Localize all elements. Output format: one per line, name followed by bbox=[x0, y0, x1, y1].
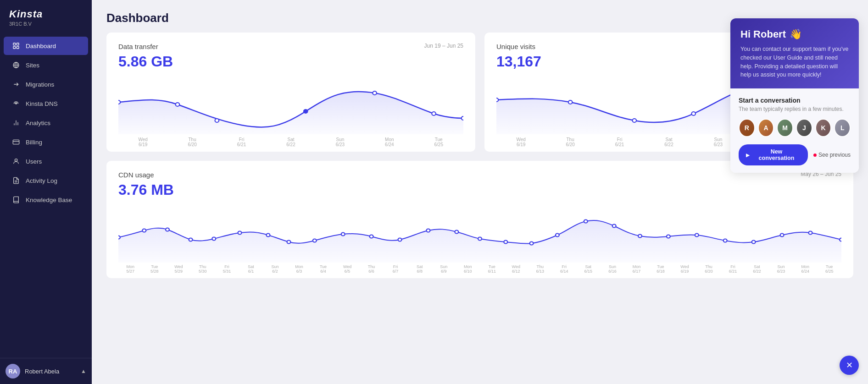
svg-point-51 bbox=[840, 238, 841, 241]
svg-point-31 bbox=[287, 241, 291, 244]
svg-point-44 bbox=[638, 235, 642, 238]
chat-greeting: Hi Robert 👋 bbox=[740, 28, 849, 40]
svg-point-20 bbox=[691, 112, 696, 115]
svg-point-11 bbox=[176, 103, 180, 106]
sidebar-item-users[interactable]: Users bbox=[4, 152, 88, 170]
cdn-chart-x-labels: Mon5/27 Tue5/28 Wed5/29 Thu5/30 Fri5/31 … bbox=[118, 263, 841, 278]
svg-rect-2 bbox=[13, 46, 16, 49]
sidebar-item-migrations[interactable]: Migrations bbox=[4, 75, 88, 93]
data-transfer-chart bbox=[118, 75, 463, 134]
cdn-usage-value: 3.76 MB bbox=[118, 181, 841, 198]
card-title: Data transfer bbox=[118, 43, 158, 50]
svg-rect-3 bbox=[17, 46, 19, 49]
sidebar-item-label: Billing bbox=[26, 139, 42, 146]
svg-point-50 bbox=[809, 231, 812, 235]
new-conversation-label: New conversation bbox=[752, 148, 801, 161]
svg-point-13 bbox=[304, 110, 308, 113]
sidebar-item-analytics[interactable]: Analytics bbox=[4, 114, 88, 132]
chat-avatar-2: A bbox=[758, 119, 774, 137]
sidebar-item-knowledge-base[interactable]: Knowledge Base bbox=[4, 191, 88, 209]
svg-point-7 bbox=[15, 159, 17, 161]
activity-icon bbox=[12, 176, 20, 185]
see-previous-label: See previous bbox=[818, 152, 851, 158]
svg-point-14 bbox=[373, 91, 377, 95]
chat-avatar-6: L bbox=[834, 119, 851, 137]
svg-point-42 bbox=[584, 220, 588, 223]
svg-point-45 bbox=[667, 235, 670, 238]
data-transfer-card: Data transfer Jun 19 – Jun 25 5.86 GB bbox=[106, 33, 475, 152]
avatar: RA bbox=[6, 364, 20, 379]
book-icon bbox=[12, 196, 20, 204]
dot-icon bbox=[813, 154, 817, 157]
cdn-usage-card: CDN usage May 26 – Jun 25 3.76 MB bbox=[106, 161, 853, 278]
play-icon: ▶ bbox=[746, 153, 750, 158]
globe-icon bbox=[12, 61, 20, 69]
cdn-usage-chart bbox=[118, 203, 841, 263]
sidebar-item-billing[interactable]: Billing bbox=[4, 133, 88, 151]
dns-icon bbox=[12, 99, 20, 108]
logo-area: Kinsta 3R1C B.V bbox=[0, 0, 92, 31]
svg-point-15 bbox=[432, 112, 436, 115]
svg-point-30 bbox=[267, 234, 270, 237]
svg-rect-1 bbox=[17, 43, 19, 45]
svg-point-47 bbox=[723, 239, 727, 242]
sidebar-item-dashboard[interactable]: Dashboard bbox=[4, 37, 88, 55]
svg-rect-6 bbox=[13, 140, 19, 144]
user-icon bbox=[12, 157, 20, 165]
sidebar-item-label: Users bbox=[26, 158, 42, 165]
svg-point-34 bbox=[370, 235, 373, 238]
see-previous-link[interactable]: See previous bbox=[813, 152, 851, 158]
chat-body: Start a conversation The team typically … bbox=[730, 88, 859, 173]
close-button[interactable]: ✕ bbox=[840, 356, 859, 375]
svg-point-27 bbox=[189, 238, 193, 241]
org-name: 3R1C B.V bbox=[9, 21, 83, 27]
chat-avatar-1: R bbox=[739, 119, 755, 137]
sidebar: Kinsta 3R1C B.V Dashboard Sites Migratio… bbox=[0, 0, 92, 384]
chat-start-sub: The team typically replies in a few minu… bbox=[739, 106, 851, 112]
svg-point-24 bbox=[118, 236, 120, 239]
svg-point-39 bbox=[504, 241, 507, 244]
svg-point-33 bbox=[341, 233, 345, 236]
sidebar-item-label: Activity Log bbox=[26, 177, 57, 184]
bar-chart-icon bbox=[12, 119, 20, 127]
svg-point-26 bbox=[166, 228, 169, 231]
svg-point-32 bbox=[313, 239, 317, 242]
chat-header: Hi Robert 👋 You can contact our support … bbox=[730, 18, 859, 88]
main-content: Dashboard Data transfer Jun 19 – Jun 25 … bbox=[92, 0, 868, 384]
svg-point-19 bbox=[633, 119, 637, 122]
migrations-icon bbox=[12, 80, 20, 88]
svg-point-12 bbox=[215, 119, 219, 122]
chat-start-title: Start a conversation bbox=[739, 97, 851, 104]
chat-description: You can contact our support team if you'… bbox=[740, 45, 849, 79]
svg-point-25 bbox=[142, 229, 146, 232]
wave-emoji: 👋 bbox=[790, 28, 802, 40]
chevron-up-icon: ▲ bbox=[81, 368, 86, 374]
sidebar-item-label: Analytics bbox=[26, 120, 50, 126]
grid-icon bbox=[12, 42, 20, 50]
chat-widget: Hi Robert 👋 You can contact our support … bbox=[730, 18, 859, 173]
chat-avatar-5: K bbox=[815, 119, 832, 137]
billing-icon bbox=[12, 138, 20, 146]
svg-point-43 bbox=[612, 225, 616, 228]
sidebar-item-label: Dashboard bbox=[26, 43, 56, 49]
svg-point-40 bbox=[530, 242, 534, 245]
sidebar-item-activity-log[interactable]: Activity Log bbox=[4, 171, 88, 190]
logo: Kinsta bbox=[9, 8, 83, 20]
chart-x-labels: Wed6/19 Thu6/20 Fri6/21 Sat6/22 Sun6/23 … bbox=[118, 134, 463, 152]
svg-point-10 bbox=[118, 100, 120, 104]
sidebar-item-kinsta-dns[interactable]: Kinsta DNS bbox=[4, 94, 88, 113]
chat-avatar-3: M bbox=[777, 119, 793, 137]
svg-point-49 bbox=[780, 234, 784, 237]
svg-point-41 bbox=[556, 234, 559, 237]
sidebar-item-label: Kinsta DNS bbox=[26, 100, 58, 107]
card-header: Data transfer Jun 19 – Jun 25 bbox=[118, 43, 463, 50]
chat-avatars: R A M J K L bbox=[739, 119, 851, 137]
new-conversation-button[interactable]: ▶ New conversation bbox=[739, 144, 808, 165]
svg-point-35 bbox=[398, 238, 402, 241]
sidebar-nav: Dashboard Sites Migrations Kinsta DNS An bbox=[0, 36, 92, 358]
sidebar-item-label: Sites bbox=[26, 62, 39, 69]
svg-point-37 bbox=[455, 230, 458, 234]
user-profile[interactable]: RA Robert Abela ▲ bbox=[0, 358, 92, 384]
sidebar-item-sites[interactable]: Sites bbox=[4, 56, 88, 74]
svg-point-48 bbox=[752, 241, 756, 244]
